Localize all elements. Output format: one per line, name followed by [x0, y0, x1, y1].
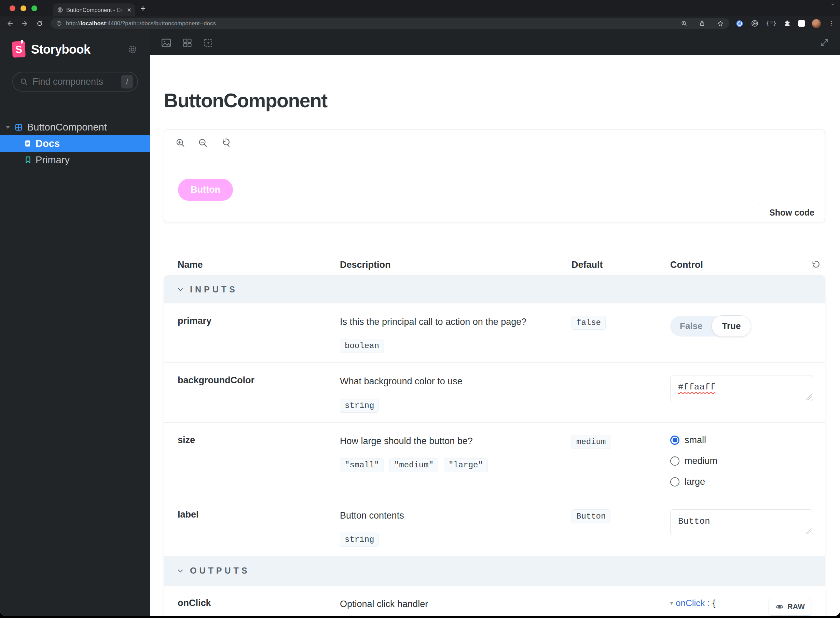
expander-caret-icon[interactable] — [6, 126, 10, 129]
type-chip: "small" — [340, 458, 384, 472]
radio-icon[interactable] — [670, 477, 680, 486]
close-window-button[interactable] — [10, 6, 15, 11]
back-icon[interactable] — [6, 20, 14, 27]
zoom-page-icon[interactable] — [681, 20, 687, 27]
boolean-toggle[interactable]: False True — [670, 316, 751, 337]
component-tree: ButtonComponent Docs Primary — [0, 119, 150, 168]
zoom-in-icon[interactable] — [175, 138, 186, 148]
minimize-window-button[interactable] — [21, 6, 26, 11]
share-icon[interactable] — [699, 20, 705, 27]
canvas-tab-icon[interactable] — [160, 37, 172, 49]
sidebar-item-label: Primary — [36, 154, 70, 166]
tab-close-icon[interactable]: ✕ — [127, 7, 132, 13]
component-search[interactable]: / — [12, 72, 138, 92]
json-extension-icon[interactable]: {≡} — [766, 20, 776, 27]
action-object-tree: ▾ onClick : { isAction : true } — [670, 598, 746, 616]
component-icon — [14, 123, 23, 132]
storybook-sidebar: S Storybook / ButtonComponent — [0, 30, 150, 616]
docs-canvas: ButtonComponent — [150, 55, 840, 616]
column-name: Name — [178, 260, 340, 270]
sidebar-item-label: Docs — [36, 138, 60, 149]
arg-description: Is this the principal call to action on … — [340, 316, 571, 328]
args-table-header: Name Description Default Control — [164, 254, 825, 276]
site-info-icon[interactable] — [56, 21, 62, 26]
toggle-true-option[interactable]: True — [712, 315, 751, 337]
url-text: http://localhost:4400/?path=/docs/button… — [66, 20, 216, 27]
browser-url-bar: http://localhost:4400/?path=/docs/button… — [0, 16, 840, 30]
radio-option-small[interactable]: small — [670, 435, 811, 446]
extensions-area: {≡} ⋮ — [736, 19, 834, 28]
search-shortcut-badge: / — [121, 75, 133, 89]
search-input[interactable] — [33, 77, 116, 87]
radio-option-medium[interactable]: medium — [670, 456, 811, 466]
reload-icon[interactable] — [36, 20, 43, 27]
sidebar-item-buttoncomponent[interactable]: ButtonComponent — [0, 119, 150, 135]
default-chip: medium — [571, 435, 610, 449]
arg-description: Optional click handler — [340, 598, 571, 610]
default-chip: false — [571, 316, 606, 330]
address-bar[interactable]: http://localhost:4400/?path=/docs/button… — [50, 18, 729, 29]
forward-icon[interactable] — [21, 20, 29, 27]
browser-window: ButtonComponent - Docs · Sto ✕ + ⌄ http:… — [0, 0, 840, 616]
eye-icon — [775, 602, 784, 611]
arg-row-size: size How large should the button be? "sm… — [164, 422, 825, 497]
chevron-down-icon — [177, 286, 184, 293]
document-icon — [24, 140, 31, 147]
label-text-input[interactable]: Button — [670, 510, 813, 535]
backgroundcolor-text-input[interactable]: #ffaaff — [670, 375, 813, 401]
show-code-button[interactable]: Show code — [759, 203, 825, 223]
sidebar-item-label: ButtonComponent — [27, 122, 107, 133]
window-controls[interactable] — [0, 6, 37, 11]
reset-controls-icon[interactable] — [810, 260, 821, 270]
story-button[interactable]: Button — [178, 179, 233, 201]
zoom-window-button[interactable] — [31, 6, 37, 11]
sidebar-item-primary[interactable]: Primary — [0, 152, 150, 168]
gear-icon[interactable] — [127, 44, 138, 55]
zoom-reset-icon[interactable] — [220, 138, 231, 148]
story-preview: Button Show code — [164, 129, 825, 223]
type-chip: "medium" — [389, 458, 438, 472]
arg-row-label: label Button contents string Button Butt… — [164, 497, 825, 556]
profile-avatar[interactable] — [812, 19, 821, 28]
resize-grip[interactable] — [806, 529, 812, 534]
collapse-caret-icon[interactable]: ▾ — [670, 600, 673, 606]
section-outputs[interactable]: OUTPUTS — [164, 556, 825, 585]
grid-toggle-icon[interactable] — [182, 37, 193, 48]
browser-tab[interactable]: ButtonComponent - Docs · Sto ✕ — [53, 3, 135, 16]
radio-option-large[interactable]: large — [670, 477, 811, 487]
circles-extension-icon[interactable] — [751, 19, 759, 27]
page-title: ButtonComponent — [164, 89, 825, 112]
tab-search-chevron-icon[interactable]: ⌄ — [830, 0, 835, 7]
object-key-link[interactable]: onClick : — [676, 598, 710, 608]
toggle-false-option[interactable]: False — [670, 316, 712, 337]
section-inputs[interactable]: INPUTS — [164, 276, 825, 303]
new-tab-button[interactable]: + — [140, 4, 145, 13]
outline-toggle-icon[interactable] — [203, 37, 214, 48]
arg-row-onclick: onClick Optional click handler EventEmit… — [164, 585, 825, 616]
storybook-logo: S — [12, 41, 26, 57]
raw-toggle-button[interactable]: RAW — [769, 598, 811, 616]
args-table: INPUTS primary Is this the principal cal… — [164, 276, 825, 616]
arg-description: What background color to use — [340, 375, 571, 388]
arg-description: How large should the button be? — [340, 435, 571, 447]
radio-icon[interactable] — [670, 435, 680, 445]
arg-description: Button contents — [340, 510, 571, 521]
resize-grip[interactable] — [806, 394, 812, 400]
zoom-out-icon[interactable] — [198, 138, 208, 148]
browser-tab-strip: ButtonComponent - Docs · Sto ✕ + ⌄ — [0, 0, 840, 16]
preview-toolbar — [164, 130, 825, 156]
sidebar-item-docs[interactable]: Docs — [0, 135, 150, 152]
column-control: Control — [670, 260, 810, 270]
screen-extension-icon[interactable] — [798, 20, 805, 27]
type-chip: string — [340, 533, 379, 547]
fullscreen-icon[interactable] — [819, 37, 830, 48]
bookmark-icon — [25, 156, 31, 163]
bookmark-star-icon[interactable] — [717, 20, 724, 27]
type-chip: boolean — [340, 339, 384, 353]
column-description: Description — [340, 260, 571, 270]
extensions-puzzle-icon[interactable] — [784, 20, 791, 27]
default-chip: Button — [571, 510, 610, 523]
radio-icon[interactable] — [670, 456, 680, 466]
timer-extension-icon[interactable] — [736, 19, 744, 28]
browser-menu-icon[interactable]: ⋮ — [828, 19, 834, 27]
